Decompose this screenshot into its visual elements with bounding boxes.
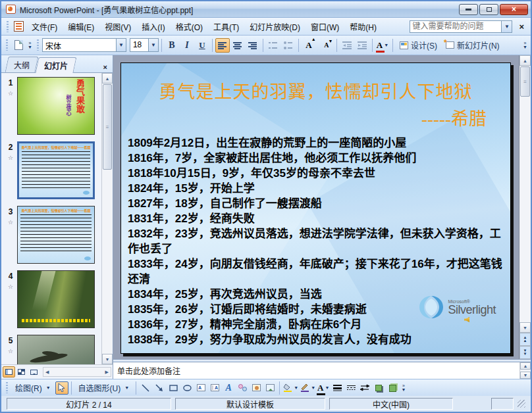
help-dropdown-icon[interactable]: ▼ — [502, 20, 512, 33]
scrollbar-thumb[interactable]: ≡ — [520, 66, 530, 97]
close-document-icon[interactable]: × — [512, 22, 528, 32]
scrollbar-thumb[interactable]: ≡ — [103, 84, 112, 170]
slide-sorter-button[interactable] — [15, 366, 28, 377]
chevron-down-icon[interactable]: ▼ — [148, 39, 158, 51]
design-button[interactable]: 设计(S) — [396, 38, 441, 53]
thumbnail-image[interactable]: 勇气果敢 树立信心 — [17, 77, 95, 135]
scrollbar-track[interactable] — [519, 97, 531, 322]
slide-thumbnail-1[interactable]: 1☆ 勇气果敢 树立信心 — [4, 77, 100, 135]
draw-menu-button[interactable]: 绘图(R)▼ — [11, 381, 55, 395]
menu-window[interactable]: 窗口(W) — [306, 19, 344, 34]
underline-button[interactable]: U — [195, 38, 209, 53]
fill-color-button[interactable]: ▼ — [282, 381, 299, 395]
animation-star-icon[interactable]: ☆ — [8, 155, 13, 161]
animation-star-icon[interactable]: ☆ — [8, 219, 13, 226]
slide-title[interactable]: 勇气是上天的羽翼，怯懦却引人下地狱 — [121, 78, 510, 103]
resize-grip[interactable] — [518, 400, 525, 408]
tab-outline[interactable]: 大纲 — [5, 57, 38, 72]
scroll-left-icon[interactable]: ◀ — [45, 370, 49, 375]
thumbnail-image[interactable] — [17, 270, 95, 328]
rectangle-tool-button[interactable] — [167, 381, 180, 395]
toolbar-grip[interactable] — [6, 382, 8, 393]
autoshapes-menu-button[interactable]: 自选图形(U)▼ — [74, 381, 134, 395]
oval-tool-button[interactable] — [180, 381, 194, 395]
line-style-button[interactable] — [331, 381, 344, 395]
close-panel-icon[interactable]: × — [101, 62, 110, 72]
thumbnails-scrollbar[interactable]: ▲ ≡ ▼ — [101, 73, 113, 364]
toolbar-grip[interactable] — [37, 39, 39, 51]
menu-view[interactable]: 视图(V) — [99, 19, 136, 34]
dash-style-button[interactable] — [344, 381, 358, 395]
horizontal-scrollbar[interactable]: ◀▶ — [43, 367, 111, 377]
animation-star-icon[interactable]: ☆ — [8, 348, 13, 354]
font-size-select[interactable]: 18 ▼ — [130, 38, 159, 52]
menu-insert[interactable]: 插入(I) — [136, 19, 170, 34]
notes-placeholder[interactable]: 单击此处添加备注 — [113, 362, 519, 379]
status-design-template[interactable]: 默认设计模板 — [175, 398, 325, 410]
chevron-down-icon[interactable]: ▼ — [294, 385, 298, 390]
textbox-tool-button[interactable]: A — [194, 381, 207, 395]
bullets-button[interactable] — [281, 38, 296, 53]
font-name-select[interactable]: 宋体 ▼ — [42, 38, 126, 52]
select-objects-button[interactable] — [55, 381, 68, 395]
scroll-up-icon[interactable]: ▲ — [102, 73, 113, 84]
scroll-down-icon[interactable]: ▼ — [102, 354, 113, 364]
minimize-button[interactable] — [459, 4, 478, 15]
align-right-button[interactable] — [246, 38, 260, 53]
chevron-down-icon[interactable]: ▼ — [325, 385, 329, 390]
notes-pane[interactable]: 单击此处添加备注 ▲ ▼ — [113, 362, 531, 379]
help-question-input[interactable] — [410, 20, 502, 33]
menu-tools[interactable]: 工具(T) — [208, 19, 244, 34]
current-slide[interactable]: 勇气是上天的羽翼，怯懦却引人下地狱 -----希腊 1809年2月12日，出生在… — [120, 62, 511, 354]
next-slide-button[interactable]: ▼▼ — [519, 346, 531, 359]
menu-slideshow[interactable]: 幻灯片放映(D) — [244, 19, 306, 34]
increase-indent-button[interactable] — [355, 38, 369, 53]
wordart-button[interactable]: A — [222, 381, 235, 395]
3d-style-button[interactable] — [386, 381, 399, 395]
animation-star-icon[interactable]: ☆ — [8, 90, 13, 97]
new-presentation-button[interactable] — [11, 38, 26, 53]
chevron-down-icon[interactable]: ▼ — [311, 385, 315, 390]
slide-subtitle[interactable]: -----希腊 — [121, 105, 510, 130]
diagram-button[interactable] — [236, 381, 249, 395]
align-left-button[interactable] — [215, 38, 230, 53]
thumbnail-image[interactable]: 勇气是上天的羽翼，怯懦却引人下地狱——希腊 — [17, 206, 95, 264]
arrow-style-button[interactable] — [358, 381, 371, 395]
toolbar-overflow-icon[interactable]: »▼ — [26, 41, 34, 49]
vertical-textbox-tool-button[interactable]: A — [208, 381, 221, 395]
menu-format[interactable]: 格式(O) — [171, 19, 208, 34]
tab-slides[interactable]: 幻灯片 — [35, 57, 76, 73]
menu-file[interactable]: 文件(F) — [26, 19, 63, 34]
slide-thumbnail-4[interactable]: 4☆ — [4, 270, 100, 328]
decrease-indent-button[interactable] — [340, 38, 354, 53]
slide-thumbnail-2[interactable]: 2☆ 勇气是上天的羽翼，怯懦却引人下地狱——希腊 — [4, 141, 100, 199]
close-button[interactable]: × — [500, 4, 528, 15]
animation-star-icon[interactable]: ☆ — [8, 283, 13, 290]
chevron-down-icon[interactable]: ▼ — [384, 43, 388, 47]
scroll-up-icon[interactable]: ▲ — [520, 362, 531, 370]
menu-help[interactable]: 帮助(H) — [344, 19, 382, 34]
notes-scrollbar[interactable]: ▲ ▼ — [519, 362, 531, 379]
thumbnail-image[interactable] — [17, 335, 95, 364]
slideshow-button[interactable] — [28, 366, 40, 377]
scroll-right-icon[interactable]: ▶ — [105, 370, 109, 375]
scroll-down-icon[interactable]: ▼ — [520, 372, 531, 379]
previous-slide-button[interactable]: ▲▲ — [519, 333, 531, 346]
align-center-button[interactable] — [230, 38, 245, 53]
thumbnail-image[interactable]: 勇气是上天的羽翼，怯懦却引人下地狱——希腊 — [17, 141, 95, 199]
toolbar-overflow-icon[interactable]: »▼ — [400, 384, 407, 392]
scroll-down-icon[interactable]: ▼ — [519, 322, 531, 333]
bold-button[interactable]: B — [165, 38, 179, 53]
line-tool-button[interactable] — [139, 381, 152, 395]
arrow-tool-button[interactable] — [153, 381, 166, 395]
normal-view-button[interactable] — [3, 366, 15, 377]
toolbar-grip[interactable] — [7, 21, 9, 32]
new-slide-button[interactable]: 新幻灯片(N) — [442, 38, 504, 53]
insert-picture-button[interactable] — [263, 381, 277, 395]
scroll-up-icon[interactable]: ▲ — [519, 55, 531, 66]
line-color-button[interactable]: ▼ — [300, 381, 316, 395]
decrease-font-button[interactable]: A▼ — [319, 38, 334, 53]
toolbar-grip[interactable] — [6, 39, 8, 51]
clipart-button[interactable] — [250, 381, 263, 395]
chevron-down-icon[interactable]: ▼ — [116, 39, 126, 51]
